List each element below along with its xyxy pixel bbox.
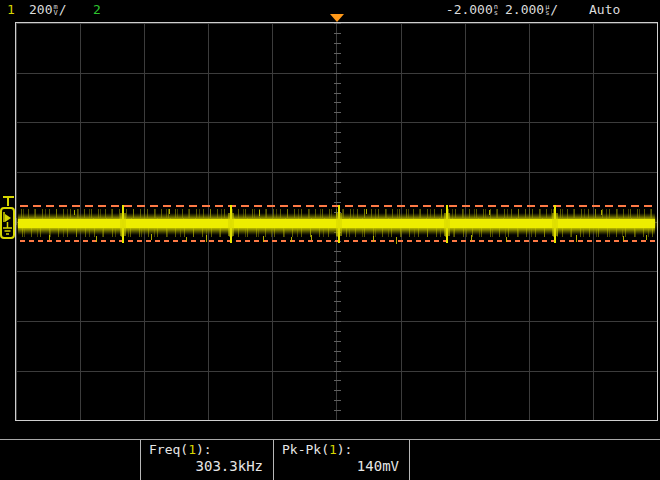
graticule [15, 22, 658, 421]
measurement-pkpk-label: Pk-Pk(1): [282, 442, 352, 457]
channel2-number: 2 [93, 2, 101, 18]
waveform-noise-hair [151, 234, 152, 240]
waveform-noise-hair [263, 236, 264, 242]
waveform-noise-hair [396, 237, 397, 244]
waveform-spike [554, 205, 556, 243]
waveform-noise-hair [311, 235, 312, 240]
waveform-noise-hair [471, 235, 472, 241]
timebase-readout: 2.000µs/ [505, 2, 558, 18]
channel1-scale: 200mV/ [29, 2, 67, 18]
trigger-level-marker-icon [3, 196, 14, 206]
waveform-noise-hair [169, 209, 170, 214]
measurement-freq-label: Freq(1): [149, 442, 212, 457]
measurement-pkpk-value: 140mV [357, 458, 399, 474]
waveform-noise-hair [646, 235, 647, 240]
waveform-noise-hair [489, 210, 490, 215]
measurement-separator [409, 440, 410, 480]
channel1-number: 1 [7, 2, 15, 18]
waveform-noise-hair [186, 237, 187, 241]
waveform-noise-hair [366, 209, 367, 214]
channel1-trace [16, 23, 657, 420]
trigger-delay-readout: -2.000ns [417, 2, 499, 18]
trigger-mode-label: Auto [589, 2, 620, 18]
waveform-noise-hair [291, 237, 292, 242]
waveform-noise-hair [506, 237, 507, 242]
waveform-noise-hair [96, 236, 97, 242]
waveform-noise-hair [74, 210, 75, 215]
channel1-ground-marker-icon [0, 207, 15, 243]
waveform-spike [122, 205, 124, 243]
waveform-noise-hair [601, 210, 602, 215]
waveform-noise-hair [373, 236, 374, 242]
oscilloscope-screen: 1 200mV/ 2 -2.000ns 2.000µs/ Auto [0, 0, 660, 480]
measurement-bar: Freq(1): 303.3kHz Pk-Pk(1): 140mV [0, 439, 660, 480]
measurement-pkpk: Pk-Pk(1): 140mV [274, 440, 409, 480]
waveform-noise-hair [49, 235, 50, 240]
trigger-position-marker-icon [330, 14, 344, 22]
waveform-spike [446, 205, 448, 243]
waveform-spike [230, 205, 232, 243]
measurement-freq: Freq(1): 303.3kHz [141, 440, 273, 480]
waveform-noise-hair [206, 235, 207, 242]
waveform-noise-hair [576, 235, 577, 242]
measurement-freq-value: 303.3kHz [196, 458, 263, 474]
nanosecond-unit: ns [493, 4, 499, 18]
waveform-noise-hair [623, 236, 624, 241]
waveform-spike [338, 205, 340, 243]
waveform-noise-hair [259, 210, 260, 216]
